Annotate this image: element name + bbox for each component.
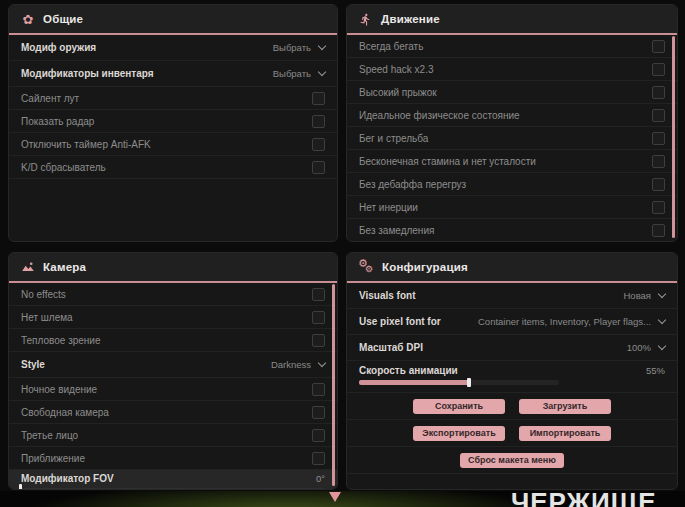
row-checkbox: Speed hack x2.3 xyxy=(347,58,677,81)
chevron-down-icon xyxy=(318,42,326,50)
checkbox[interactable] xyxy=(312,138,325,151)
dropdown[interactable]: 100% xyxy=(627,342,665,353)
row-checkbox: Тепловое зрение xyxy=(9,329,337,352)
slider-handle[interactable] xyxy=(19,484,22,490)
checkbox[interactable] xyxy=(312,311,325,324)
panel-camera: Камера No effectsНет шлемаТепловое зрени… xyxy=(8,252,338,490)
dropdown-value: Выбрать xyxy=(273,68,311,79)
panel-title: Конфигурация xyxy=(382,261,468,273)
slider-handle[interactable] xyxy=(467,378,471,387)
checkbox[interactable] xyxy=(652,86,665,99)
slider-track[interactable] xyxy=(359,380,559,385)
row-checkbox: Бесконечная стамина и нет усталости xyxy=(347,150,677,173)
dropdown-value: Container items, Inventory, Player flags… xyxy=(478,316,651,327)
checkbox[interactable] xyxy=(652,109,665,122)
row-checkbox: Без замедления xyxy=(347,219,677,242)
slider xyxy=(359,380,665,385)
import-button[interactable]: Импортировать xyxy=(519,426,611,441)
row-label: Тепловое зрение xyxy=(21,335,101,346)
chevron-down-icon xyxy=(318,359,326,367)
checkbox[interactable] xyxy=(312,115,325,128)
panel-config-header[interactable]: ⚙ ⚙ Конфигурация xyxy=(347,253,677,283)
checkbox[interactable] xyxy=(312,161,325,174)
slider-track[interactable] xyxy=(21,488,325,490)
row-label: Приближение xyxy=(21,453,85,464)
checkbox[interactable] xyxy=(652,201,665,214)
checkbox[interactable] xyxy=(312,383,325,396)
row-label: K/D сбрасыватель xyxy=(21,162,106,173)
row-dropdown: Масштаб DPI100% xyxy=(347,335,677,361)
slider xyxy=(21,488,325,490)
panel-general-rows: Модиф оружияВыбратьМодификаторы инвентар… xyxy=(9,35,337,179)
dropdown[interactable]: Darkness xyxy=(271,359,325,370)
row-label: Свободная камера xyxy=(21,407,109,418)
row-slider: Скорость анимации55% xyxy=(347,361,677,393)
checkbox[interactable] xyxy=(312,334,325,347)
checkbox[interactable] xyxy=(312,429,325,442)
row-label: Ночное видение xyxy=(21,384,97,395)
row-label: Speed hack x2.3 xyxy=(359,64,434,75)
row-label: No effects xyxy=(21,289,66,300)
runner-icon xyxy=(359,13,373,26)
row-label: Без замедления xyxy=(359,225,434,236)
checkbox[interactable] xyxy=(312,288,325,301)
chevron-down-icon xyxy=(658,316,666,324)
gears-icon: ⚙ ⚙ xyxy=(359,260,374,275)
checkbox[interactable] xyxy=(652,132,665,145)
checkbox[interactable] xyxy=(652,224,665,237)
checkbox[interactable] xyxy=(312,406,325,419)
row-checkbox: Высокий прыжок xyxy=(347,81,677,104)
checkbox[interactable] xyxy=(312,92,325,105)
row-checkbox: Бег и стрельба xyxy=(347,127,677,150)
checkbox[interactable] xyxy=(652,178,665,191)
panel-general-header[interactable]: ✿ Общие xyxy=(9,5,337,35)
row-dropdown: Модиф оружияВыбрать xyxy=(9,35,337,61)
row-label: Показать радар xyxy=(21,116,94,127)
row-label: Третье лицо xyxy=(21,430,78,441)
dropdown[interactable]: Новая xyxy=(623,290,665,301)
row-label: Бесконечная стамина и нет усталости xyxy=(359,156,536,167)
panel-config: ⚙ ⚙ Конфигурация Visuals fontНоваяUse pi… xyxy=(346,252,678,490)
slider-value: 0° xyxy=(316,473,325,484)
row-checkbox: Свободная камера xyxy=(9,401,337,424)
row-label: Идеальное физическое состояние xyxy=(359,110,520,121)
row-label: Без дебаффа перегруз xyxy=(359,179,466,190)
scrollbar[interactable] xyxy=(672,36,675,238)
save-button[interactable]: Сохранить xyxy=(413,399,505,414)
game-screen: ЧЕРЖИЩЕ ✿ Общие Модиф оружияВыбратьМодиф… xyxy=(0,0,685,507)
reset-menu-layout-button[interactable]: Сброс макета меню xyxy=(460,453,564,468)
checkbox[interactable] xyxy=(312,452,325,465)
panel-general: ✿ Общие Модиф оружияВыбратьМодификаторы … xyxy=(8,4,338,242)
checkbox[interactable] xyxy=(652,155,665,168)
row-checkbox: Третье лицо xyxy=(9,424,337,447)
row-checkbox: Приближение xyxy=(9,447,337,470)
button-row: Сброс макета меню xyxy=(347,447,677,474)
row-dropdown: Модификаторы инвентаряВыбрать xyxy=(9,61,337,87)
scrollbar[interactable] xyxy=(332,284,335,486)
row-dropdown: Use pixel font forContainer items, Inven… xyxy=(347,309,677,335)
row-label: Use pixel font for xyxy=(359,316,441,327)
load-button[interactable]: Загрузить xyxy=(519,399,611,414)
export-button[interactable]: Экспортировать xyxy=(413,426,505,441)
button-row: СохранитьЗагрузить xyxy=(347,393,677,420)
row-label: Скорость анимации xyxy=(359,365,458,376)
dropdown[interactable]: Выбрать xyxy=(273,42,325,53)
row-checkbox: Без дебаффа перегруз xyxy=(347,173,677,196)
row-label: Нет инерции xyxy=(359,202,418,213)
dropdown[interactable]: Выбрать xyxy=(273,68,325,79)
row-checkbox: Отключить таймер Anti-AFK xyxy=(9,133,337,156)
row-checkbox: K/D сбрасыватель xyxy=(9,156,337,179)
checkbox[interactable] xyxy=(652,40,665,53)
dropdown[interactable]: Container items, Inventory, Player flags… xyxy=(478,316,665,327)
row-checkbox: Сайлент лут xyxy=(9,87,337,110)
checkbox[interactable] xyxy=(652,63,665,76)
slider-fill xyxy=(359,380,469,385)
dropdown-value: 100% xyxy=(627,342,651,353)
dropdown-value: Выбрать xyxy=(273,42,311,53)
panel-config-buttons: СохранитьЗагрузитьЭкспортироватьИмпортир… xyxy=(347,393,677,474)
panel-config-rows: Visuals fontНоваяUse pixel font forConta… xyxy=(347,283,677,393)
panel-movement-header[interactable]: Движение xyxy=(347,5,677,35)
panel-camera-header[interactable]: Камера xyxy=(9,253,337,283)
dropdown-value: Новая xyxy=(623,290,651,301)
row-label: Отключить таймер Anti-AFK xyxy=(21,139,151,150)
